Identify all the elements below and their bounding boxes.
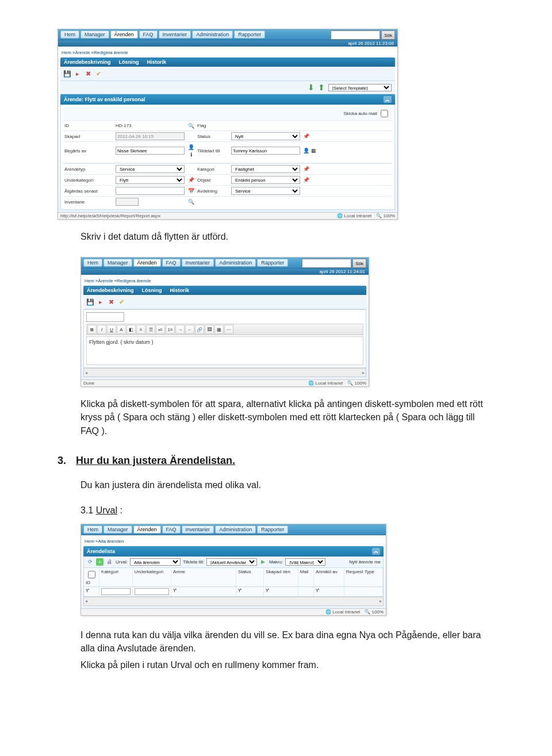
filter-skapad-icon[interactable]: Ƴ [266, 588, 269, 593]
arendetyp-select[interactable]: Service [116, 165, 185, 173]
search-input-2[interactable] [302, 259, 351, 268]
tb-italic-icon[interactable]: I [97, 325, 106, 334]
objekt-select[interactable]: Enskild person [231, 176, 300, 184]
tab2-losning[interactable]: Lösning [142, 287, 162, 293]
nytt-arende-link[interactable]: Nytt ärende me [349, 559, 381, 565]
tb-align-center-icon[interactable]: ☰ [146, 325, 155, 334]
makro-select[interactable]: [Välj Makro] [285, 558, 325, 566]
nav3-administration[interactable]: Administration [215, 525, 256, 534]
tb-link-icon[interactable]: 🔗 [195, 325, 204, 334]
tab-losning[interactable]: Lösning [119, 59, 139, 65]
tb-indent-icon[interactable]: → [175, 325, 185, 334]
user-icon[interactable]: 👤 [187, 143, 195, 151]
template-select[interactable]: [Select Template] [328, 84, 392, 91]
editor-textarea[interactable]: Flytten gjord. ( skriv datum ) [86, 336, 363, 365]
atgardas-input[interactable] [116, 187, 185, 195]
nav3-faq[interactable]: FAQ [162, 525, 181, 534]
col-skapad[interactable]: Skapad den [264, 568, 298, 586]
nav2-manager[interactable]: Manager [103, 259, 132, 267]
tb-image-icon[interactable]: 🖼 [205, 325, 214, 334]
tilldela-select[interactable]: [Aktuell Användare] [206, 558, 257, 566]
search-input[interactable] [331, 30, 380, 40]
nav-arenden[interactable]: Ärenden [110, 30, 138, 39]
underkat-select[interactable]: Flytt [116, 176, 185, 184]
begarts-input[interactable] [116, 147, 185, 155]
collapse-icon-3[interactable]: ︽ [372, 548, 380, 555]
h-scrollbar-3[interactable]: ◂▸ [83, 597, 384, 606]
col-underkategori[interactable]: Underkategori [133, 568, 171, 586]
arrow-up-icon[interactable]: ⬆ [318, 83, 325, 92]
tab-arendebeskrivning[interactable]: Ärendebeskrivning [64, 59, 111, 65]
tb-align-left-icon[interactable]: ≡ [136, 325, 145, 334]
save-close-icon[interactable]: ✖ [83, 69, 93, 78]
nav-rapporter[interactable]: Rapporter [234, 30, 265, 39]
save-faq-icon[interactable]: ✔ [94, 69, 103, 78]
nav-administration[interactable]: Administration [192, 30, 233, 39]
save-close-icon-2[interactable]: ✖ [106, 297, 116, 306]
search-button[interactable]: Sök [381, 30, 395, 40]
pin-icon-4[interactable]: 📌 [302, 176, 310, 184]
save-faq-icon-2[interactable]: ✔ [117, 297, 126, 306]
nav2-administration[interactable]: Administration [215, 259, 256, 267]
flag-icon[interactable]: ▸ [73, 69, 82, 78]
card-icon[interactable]: ▦ [310, 147, 317, 155]
collapse-icon[interactable]: ︽ [384, 96, 392, 103]
nav-manager[interactable]: Manager [80, 30, 109, 39]
auto-mail-checkbox[interactable] [381, 110, 388, 117]
tb-list-icon[interactable]: •≡ [156, 325, 165, 334]
col-kategori[interactable]: Kategori [99, 568, 133, 586]
nav3-manager[interactable]: Manager [103, 525, 132, 534]
col-mail[interactable]: Mail [298, 568, 314, 586]
pin-icon[interactable]: 📌 [302, 133, 310, 140]
tb-color-icon[interactable]: ◧ [126, 325, 136, 334]
user-icon-2[interactable]: 👤 [302, 147, 310, 155]
save-icon-2[interactable]: 💾 [86, 297, 95, 306]
add-icon[interactable]: ＋ [96, 558, 103, 566]
nav3-inventarier[interactable]: Inventarier [182, 525, 214, 534]
filter-amne-icon[interactable]: Ƴ [173, 588, 177, 593]
col-anmald[interactable]: Anmäld av [314, 568, 344, 586]
inventarie-search-icon[interactable]: 🔍 [187, 198, 195, 206]
select-all-checkbox[interactable] [88, 571, 95, 578]
nav-hem[interactable]: Hem [60, 30, 79, 39]
tb-numlist-icon[interactable]: 1≡ [166, 325, 175, 334]
avdelning-select[interactable]: Service [231, 187, 300, 195]
nav-faq[interactable]: FAQ [139, 30, 158, 39]
tb-bold-icon[interactable]: B [87, 325, 97, 334]
save-icon[interactable]: 💾 [63, 69, 72, 78]
search-icon[interactable]: 🔍 [187, 122, 195, 129]
nav2-arenden[interactable]: Ärenden [133, 259, 161, 267]
nav2-hem[interactable]: Hem [83, 259, 102, 267]
tb-underline-icon[interactable]: U [107, 325, 116, 334]
h-scrollbar[interactable]: ◂▸ [83, 368, 366, 377]
info-icon[interactable]: ℹ [187, 151, 195, 158]
search-button-2[interactable]: Sök [352, 259, 366, 268]
nav2-faq[interactable]: FAQ [162, 259, 181, 267]
tab2-arendebeskrivning[interactable]: Ärendebeskrivning [87, 287, 134, 293]
tb-a-icon[interactable]: A [117, 325, 126, 334]
calendar-icon[interactable]: 📅 [187, 187, 195, 195]
nav2-rapporter[interactable]: Rapporter [257, 259, 288, 267]
nav3-arenden[interactable]: Ärenden [133, 525, 161, 534]
flag-icon-2[interactable]: ▸ [96, 297, 105, 306]
filter-status-icon[interactable]: Ƴ [238, 588, 241, 593]
urval-select[interactable]: Alla ärenden [130, 558, 181, 566]
nav-inventarier[interactable]: Inventarier [159, 30, 191, 39]
nav3-hem[interactable]: Hem [83, 525, 102, 534]
macro-icon[interactable]: ▶ [259, 558, 267, 566]
tb-outdent-icon[interactable]: ← [185, 325, 194, 334]
tab-historik[interactable]: Historik [147, 59, 167, 65]
col-id[interactable]: ID [86, 580, 90, 585]
filter-anmald-icon[interactable]: Ƴ [316, 588, 319, 593]
filter-kategori[interactable] [101, 588, 131, 595]
kategori-select[interactable]: Fastighet [231, 165, 300, 173]
col-amne[interactable]: Ämne [171, 568, 236, 586]
col-status[interactable]: Status [236, 568, 264, 586]
filter-underkategori[interactable] [135, 588, 169, 595]
refresh-icon[interactable]: ⟳ [86, 558, 94, 566]
pin-icon-3[interactable]: 📌 [187, 176, 195, 184]
filter-id-icon[interactable]: Ƴ [86, 588, 89, 593]
pin-icon-2[interactable]: 📌 [302, 166, 310, 173]
print-icon[interactable]: 🖨 [106, 558, 113, 566]
editor-small-input[interactable] [86, 312, 124, 322]
